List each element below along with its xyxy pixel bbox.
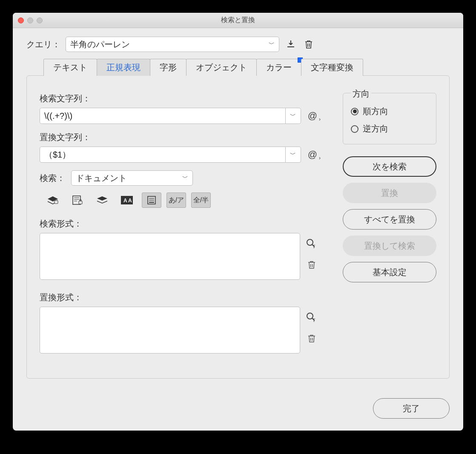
scope-label: 検索： bbox=[40, 172, 65, 184]
settings-button[interactable]: 基本設定 bbox=[343, 262, 436, 282]
specify-replace-format-button[interactable]: T bbox=[306, 312, 317, 323]
kana-sensitive-toggle[interactable]: あ/ア bbox=[166, 193, 186, 208]
find-next-button[interactable]: 次を検索 bbox=[343, 156, 436, 177]
direction-legend: 方向 bbox=[351, 88, 371, 100]
find-input[interactable]: \((.+?)\) bbox=[40, 108, 286, 124]
tab-bar: テキスト 正規表現 字形 オブジェクト カラー 文字種変換 bbox=[43, 59, 450, 76]
replace-dropdown-button[interactable]: ﹀ bbox=[286, 147, 301, 163]
footnotes-toggle[interactable] bbox=[142, 193, 161, 208]
svg-rect-5 bbox=[79, 201, 82, 204]
clear-find-format-button[interactable] bbox=[306, 259, 317, 270]
query-combo[interactable]: 半角のパーレン ﹀ bbox=[66, 37, 279, 52]
hidden-layers-toggle[interactable] bbox=[92, 193, 112, 208]
replace-label: 置換文字列： bbox=[40, 132, 317, 143]
tab-object[interactable]: オブジェクト bbox=[186, 59, 257, 76]
main-panel: 検索文字列： \((.+?)\) ﹀ @ 置換文字列： （$1） ﹀ @ bbox=[26, 75, 450, 379]
replace-special-chars-button[interactable]: @ bbox=[308, 149, 317, 160]
locked-stories-toggle[interactable] bbox=[68, 193, 87, 208]
replace-format-label: 置換形式： bbox=[40, 292, 317, 303]
svg-rect-0 bbox=[54, 201, 58, 204]
query-value: 半角のパーレン bbox=[70, 39, 130, 50]
locked-layers-toggle[interactable] bbox=[43, 193, 63, 208]
titlebar[interactable]: 検索と置換 bbox=[13, 13, 463, 28]
direction-backward-radio[interactable]: 逆方向 bbox=[351, 123, 428, 135]
replace-input[interactable]: （$1） bbox=[40, 147, 286, 163]
radio-icon bbox=[351, 125, 358, 133]
delete-query-button[interactable] bbox=[302, 38, 315, 51]
find-dropdown-button[interactable]: ﹀ bbox=[286, 108, 301, 124]
find-replace-dialog: 検索と置換 クエリ： 半角のパーレン ﹀ テキスト 正規表現 字形 オブジェクト… bbox=[13, 13, 463, 431]
svg-point-16 bbox=[307, 313, 313, 319]
replace-format-box[interactable] bbox=[40, 307, 300, 353]
find-label: 検索文字列： bbox=[40, 93, 317, 104]
svg-point-13 bbox=[307, 239, 313, 245]
svg-text:A: A bbox=[128, 198, 132, 204]
direction-fieldset: 方向 順方向 逆方向 bbox=[343, 93, 436, 144]
find-format-box[interactable] bbox=[40, 233, 300, 280]
find-format-label: 検索形式： bbox=[40, 218, 317, 230]
svg-text:T: T bbox=[313, 318, 315, 322]
window-minimize-button[interactable] bbox=[27, 17, 33, 23]
clear-replace-format-button[interactable] bbox=[306, 333, 317, 344]
specify-find-format-button[interactable]: T bbox=[306, 238, 317, 249]
svg-text:T: T bbox=[313, 244, 315, 249]
done-button[interactable]: 完了 bbox=[373, 398, 450, 419]
radio-icon bbox=[351, 108, 358, 115]
window-zoom-button[interactable] bbox=[37, 17, 43, 23]
save-query-button[interactable] bbox=[284, 38, 297, 51]
replace-button: 置換 bbox=[343, 183, 436, 203]
tab-color[interactable]: カラー bbox=[256, 59, 301, 76]
search-options: AA あ/ア 全/半 bbox=[43, 193, 317, 208]
replace-all-button[interactable]: すべてを置換 bbox=[343, 209, 436, 230]
chevron-down-icon: ﹀ bbox=[182, 174, 188, 182]
tab-transliterate[interactable]: 文字種変換 bbox=[301, 59, 363, 76]
window-title: 検索と置換 bbox=[13, 16, 463, 25]
query-label: クエリ： bbox=[26, 39, 60, 50]
chevron-down-icon: ﹀ bbox=[269, 40, 275, 48]
tab-glyph[interactable]: 字形 bbox=[150, 59, 186, 76]
direction-forward-radio[interactable]: 順方向 bbox=[351, 106, 428, 117]
tab-regex[interactable]: 正規表現 bbox=[97, 59, 150, 76]
width-sensitive-toggle[interactable]: 全/半 bbox=[191, 193, 211, 208]
find-special-chars-button[interactable]: @ bbox=[308, 110, 317, 121]
window-close-button[interactable] bbox=[18, 17, 24, 23]
svg-text:A: A bbox=[123, 198, 127, 204]
scope-combo[interactable]: ドキュメント ﹀ bbox=[71, 170, 193, 186]
master-pages-toggle[interactable]: AA bbox=[117, 193, 137, 208]
tab-text[interactable]: テキスト bbox=[43, 59, 97, 76]
replace-find-button: 置換して検索 bbox=[343, 236, 436, 256]
